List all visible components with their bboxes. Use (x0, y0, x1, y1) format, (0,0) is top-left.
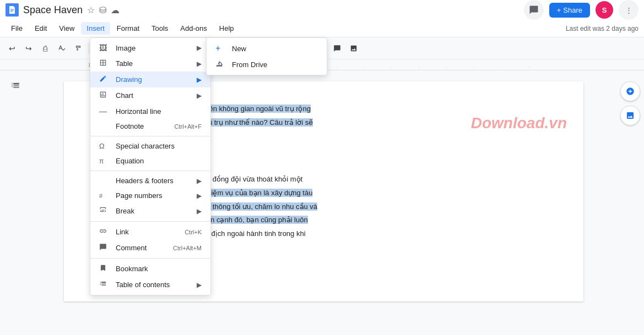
menu-tools[interactable]: Tools (146, 22, 174, 35)
chart-menu-icon (99, 91, 110, 100)
drawing-new-label: New (232, 45, 318, 53)
break-arrow-icon: ▶ (197, 207, 202, 215)
footnote-shortcut: Ctrl+Alt+F (174, 123, 202, 130)
table-menu-icon (99, 59, 110, 68)
comment-menu-icon (99, 243, 110, 252)
link-shortcut: Ctrl+K (185, 229, 202, 235)
table-arrow-icon: ▶ (197, 60, 202, 68)
toc-menu-label: Table of contents (116, 281, 197, 289)
comment-button[interactable] (329, 41, 345, 56)
page-numbers-arrow-icon: ▶ (197, 192, 202, 200)
cloud-icon[interactable]: ☁ (111, 5, 120, 15)
drawing-menu-label: Drawing (116, 75, 197, 84)
apps-icon[interactable]: ⋮ (619, 0, 638, 20)
insert-page-numbers-item[interactable]: # Page numbers ▶ (90, 188, 210, 203)
drawing-new-item[interactable]: + New (207, 40, 327, 57)
special-chars-icon: Ω (99, 142, 110, 150)
comment-menu-label: Comment (116, 244, 162, 252)
undo-button[interactable]: ↩ (4, 41, 20, 56)
paint-format-button[interactable] (71, 41, 86, 56)
menu-insert[interactable]: Insert (81, 22, 110, 35)
drawing-drive-label: From Drive (232, 61, 318, 69)
insert-comment-item[interactable]: Comment Ctrl+Alt+M (90, 240, 210, 256)
avatar[interactable]: S (596, 1, 613, 19)
new-plus-icon: + (557, 6, 561, 14)
hline-menu-icon: — (99, 107, 110, 116)
chart-arrow-icon: ▶ (197, 92, 202, 100)
last-edit-text: Last edit was 2 days ago (566, 25, 638, 32)
insert-toc-item[interactable]: Table of contents ▶ (90, 277, 210, 293)
toolbar-divider-1 (89, 43, 89, 54)
menu-divider-3 (90, 221, 210, 222)
menu-divider-1 (90, 136, 210, 136)
add-comment-button[interactable] (620, 81, 640, 101)
table-menu-label: Table (116, 59, 197, 68)
document-title: Space Haven (23, 4, 83, 16)
doc-icon (6, 3, 19, 17)
image-arrow-icon: ▶ (197, 44, 202, 52)
page-numbers-icon: # (99, 193, 110, 199)
menu-help[interactable]: Help (214, 22, 240, 35)
right-side-panel (616, 70, 644, 335)
break-label: Break (116, 207, 197, 215)
bookmark-menu-icon (99, 264, 110, 273)
chart-menu-label: Chart (116, 91, 197, 100)
menu-file[interactable]: File (6, 22, 28, 35)
new-button[interactable]: + Share (549, 3, 590, 18)
insert-special-chars-item[interactable]: Ω Special characters (90, 139, 210, 153)
page-numbers-label: Page numbers (116, 191, 197, 200)
drawing-new-icon: + (215, 43, 226, 53)
insert-break-item[interactable]: Break ▶ (90, 203, 210, 219)
insert-image-item[interactable]: 🖼 Image ▶ (90, 40, 210, 56)
insert-bookmark-item[interactable]: Bookmark (90, 261, 210, 277)
insert-equation-item[interactable]: π Equation (90, 153, 210, 168)
insert-table-item[interactable]: Table ▶ (90, 56, 210, 72)
equation-icon: π (99, 157, 110, 165)
title-right: + Share S ⋮ (524, 0, 638, 20)
insert-chart-item[interactable]: Chart ▶ (90, 87, 210, 103)
insert-headers-item[interactable]: Headers & footers ▶ (90, 173, 210, 188)
chat-button[interactable] (524, 0, 544, 20)
menu-bar: File Edit View Insert Format Tools Add-o… (0, 20, 644, 37)
image-menu-icon: 🖼 (99, 43, 110, 52)
title-bar: Space Haven ☆ ⛁ ☁ + Share S ⋮ (0, 0, 644, 20)
drawing-submenu: + New From Drive (206, 37, 327, 75)
title-icons: ☆ ⛁ ☁ (87, 5, 120, 15)
star-icon[interactable]: ☆ (87, 5, 95, 15)
sidebar-outline-icon[interactable] (6, 76, 25, 96)
menu-format[interactable]: Format (111, 22, 145, 35)
insert-hline-item[interactable]: — Horizontal line (90, 103, 210, 119)
menu-addons[interactable]: Add-ons (175, 22, 212, 35)
special-chars-label: Special characters (116, 142, 202, 150)
drawing-from-drive-item[interactable]: From Drive (207, 57, 327, 73)
menu-view[interactable]: View (53, 22, 80, 35)
footnote-menu-label: Footnote (116, 122, 163, 130)
link-menu-icon (99, 227, 110, 237)
left-sidebar (0, 70, 31, 335)
drawing-arrow-icon: ▶ (197, 76, 202, 84)
insert-link-item[interactable]: Link Ctrl+K (90, 224, 210, 240)
equation-label: Equation (116, 157, 202, 165)
bookmark-menu-label: Bookmark (116, 265, 202, 273)
spellcheck-button[interactable] (54, 41, 69, 56)
toc-menu-icon (99, 280, 110, 289)
headers-arrow-icon: ▶ (197, 177, 202, 185)
break-icon (99, 206, 110, 216)
image-menu-label: Image (116, 44, 197, 52)
drawing-menu-icon (99, 75, 110, 84)
insert-footnote-item[interactable]: Footnote Ctrl+Alt+F (90, 119, 210, 134)
add-image-button[interactable] (620, 106, 640, 125)
toc-arrow-icon: ▶ (197, 281, 202, 289)
headers-label: Headers & footers (116, 177, 197, 185)
hline-menu-label: Horizontal line (116, 107, 202, 116)
image-button[interactable] (346, 41, 361, 56)
insert-menu: 🖼 Image ▶ Table ▶ Drawing ▶ Chart ▶ — Ho… (90, 37, 211, 295)
folder-icon[interactable]: ⛁ (99, 5, 106, 15)
print-button[interactable]: ⎙ (37, 41, 53, 56)
redo-button[interactable]: ↪ (21, 41, 36, 56)
insert-drawing-item[interactable]: Drawing ▶ (90, 72, 210, 87)
menu-edit[interactable]: Edit (29, 22, 52, 35)
menu-divider-4 (90, 258, 210, 259)
comment-shortcut: Ctrl+Alt+M (173, 245, 202, 251)
link-menu-label: Link (116, 228, 174, 236)
